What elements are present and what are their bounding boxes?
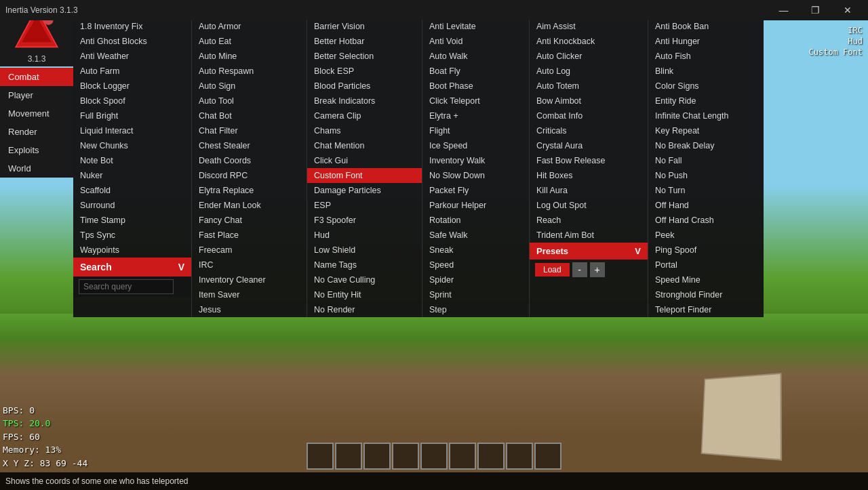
menu-item[interactable]: Low Shield xyxy=(307,243,422,258)
menu-item[interactable]: Click Gui xyxy=(307,153,422,168)
menu-item[interactable]: Block Logger xyxy=(73,79,191,94)
menu-item[interactable]: No Turn xyxy=(648,183,764,198)
menu-item[interactable]: No Push xyxy=(648,168,764,183)
hotbar-slot-9[interactable] xyxy=(534,443,561,470)
menu-item[interactable]: No Fall xyxy=(648,153,764,168)
menu-item[interactable]: Sprint xyxy=(422,287,529,302)
menu-item[interactable]: Chat Mention xyxy=(307,138,422,153)
menu-item[interactable]: Anti Void xyxy=(422,34,529,49)
menu-item[interactable]: Name Tags xyxy=(307,258,422,272)
menu-item[interactable]: Off Hand Crash xyxy=(648,213,764,228)
menu-item[interactable]: Portal xyxy=(648,258,764,272)
menu-item[interactable]: Auto Farm xyxy=(73,64,191,79)
hotbar-slot-2[interactable] xyxy=(335,443,362,470)
menu-item[interactable]: Liquid Interact xyxy=(73,123,191,138)
hotbar-slot-4[interactable] xyxy=(392,443,419,470)
menu-item[interactable]: Step xyxy=(422,302,529,317)
menu-item[interactable]: Camera Clip xyxy=(307,108,422,123)
search-input[interactable] xyxy=(79,279,174,294)
menu-item[interactable]: Log Out Spot xyxy=(530,198,648,213)
maximize-button[interactable]: ❐ xyxy=(800,0,831,20)
menu-item[interactable]: Chest Stealer xyxy=(192,138,307,153)
menu-item[interactable]: Auto Respawn xyxy=(192,64,307,79)
preset-minus-button[interactable]: - xyxy=(572,262,587,277)
menu-item[interactable]: Scaffold xyxy=(73,183,191,198)
menu-item[interactable]: Auto Mine xyxy=(192,49,307,64)
preset-plus-button[interactable]: + xyxy=(590,262,605,277)
sidebar-item-render[interactable]: Render xyxy=(0,123,73,141)
menu-item[interactable]: Reach xyxy=(530,213,648,228)
menu-item[interactable]: Block Spoof xyxy=(73,94,191,108)
menu-item[interactable]: Surround xyxy=(73,198,191,213)
menu-item[interactable]: Chat Bot xyxy=(192,108,307,123)
menu-item[interactable]: Barrier Vision xyxy=(307,19,422,34)
menu-item[interactable]: Freecam xyxy=(192,243,307,258)
menu-item[interactable]: Item Saver xyxy=(192,287,307,302)
menu-item[interactable]: Time Stamp xyxy=(73,213,191,228)
menu-item[interactable]: Ender Man Look xyxy=(192,198,307,213)
menu-item[interactable]: Color Signs xyxy=(648,79,764,94)
menu-item[interactable]: Crystal Aura xyxy=(530,138,648,153)
menu-item[interactable]: Better Selection xyxy=(307,49,422,64)
menu-item[interactable]: Block ESP xyxy=(307,64,422,79)
hotbar-slot-8[interactable] xyxy=(506,443,533,470)
menu-item[interactable]: No Render xyxy=(307,302,422,317)
sidebar-item-combat[interactable]: Combat xyxy=(0,68,73,86)
menu-item[interactable]: Anti Knockback xyxy=(530,34,648,49)
menu-item[interactable]: Inventory Walk xyxy=(422,153,529,168)
menu-item[interactable]: No Cave Culling xyxy=(307,272,422,287)
menu-item[interactable]: Full Bright xyxy=(73,108,191,123)
menu-item[interactable]: Fast Place xyxy=(192,228,307,243)
menu-item[interactable]: Chams xyxy=(307,123,422,138)
load-button[interactable]: Load xyxy=(535,263,570,277)
menu-item[interactable]: Stronghold Finder xyxy=(648,287,764,302)
menu-item[interactable]: Speed Mine xyxy=(648,272,764,287)
menu-item[interactable]: Teleport Finder xyxy=(648,302,764,317)
menu-item[interactable]: Infinite Chat Length xyxy=(648,108,764,123)
menu-item[interactable]: Blink xyxy=(648,64,764,79)
menu-item[interactable]: Damage Particles xyxy=(307,183,422,198)
menu-item[interactable]: Ping Spoof xyxy=(648,243,764,258)
menu-item[interactable]: Tps Sync xyxy=(73,228,191,243)
menu-item[interactable]: Anti Book Ban xyxy=(648,19,764,34)
menu-item[interactable]: Nuker xyxy=(73,168,191,183)
menu-item[interactable]: Custom Font xyxy=(307,168,422,183)
menu-item[interactable]: No Entity Hit xyxy=(307,287,422,302)
menu-item[interactable]: Sneak xyxy=(422,243,529,258)
menu-item[interactable]: Rotation xyxy=(422,213,529,228)
menu-item[interactable]: Anti Levitate xyxy=(422,19,529,34)
menu-item[interactable]: Kill Aura xyxy=(530,183,648,198)
menu-item[interactable]: Auto Walk xyxy=(422,49,529,64)
sidebar-item-movement[interactable]: Movement xyxy=(0,104,73,123)
menu-item[interactable]: Death Coords xyxy=(192,153,307,168)
menu-item[interactable]: Fancy Chat xyxy=(192,213,307,228)
menu-item[interactable]: IRC xyxy=(192,258,307,272)
menu-item[interactable]: No Break Delay xyxy=(648,138,764,153)
menu-item[interactable]: Off Hand xyxy=(648,198,764,213)
hotbar-slot-7[interactable] xyxy=(477,443,505,470)
menu-item[interactable]: Auto Armor xyxy=(192,19,307,34)
menu-item[interactable]: Fast Bow Release xyxy=(530,153,648,168)
menu-item[interactable]: Spider xyxy=(422,272,529,287)
minimize-button[interactable]: — xyxy=(768,0,799,20)
menu-item[interactable]: Anti Ghost Blocks xyxy=(73,34,191,49)
menu-item[interactable]: Anti Weather xyxy=(73,49,191,64)
menu-item[interactable]: Entity Ride xyxy=(648,94,764,108)
menu-item[interactable]: Blood Particles xyxy=(307,79,422,94)
menu-item[interactable]: No Slow Down xyxy=(422,168,529,183)
search-header[interactable]: Search V xyxy=(73,258,191,277)
menu-item[interactable]: Auto Sign xyxy=(192,79,307,94)
sidebar-item-player[interactable]: Player xyxy=(0,86,73,104)
menu-item[interactable]: Auto Totem xyxy=(530,79,648,94)
menu-item[interactable]: Better Hotbar xyxy=(307,34,422,49)
hotbar-slot-1[interactable] xyxy=(307,443,334,470)
hotbar-slot-3[interactable] xyxy=(363,443,391,470)
menu-item[interactable]: Discord RPC xyxy=(192,168,307,183)
menu-item[interactable]: Auto Clicker xyxy=(530,49,648,64)
menu-item[interactable]: Chat Filter xyxy=(192,123,307,138)
menu-item[interactable]: Parkour Helper xyxy=(422,198,529,213)
menu-item[interactable]: Elytra Replace xyxy=(192,183,307,198)
menu-item[interactable]: F3 Spoofer xyxy=(307,213,422,228)
sidebar-item-world[interactable]: World xyxy=(0,159,73,178)
hotbar-slot-6[interactable] xyxy=(449,443,476,470)
